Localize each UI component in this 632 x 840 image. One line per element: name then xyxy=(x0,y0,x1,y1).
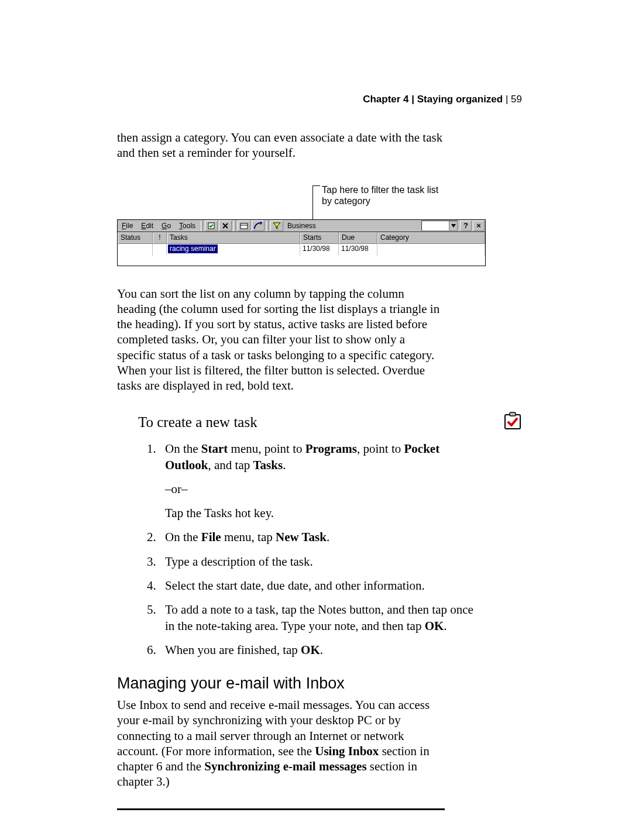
cell-priority xyxy=(153,244,167,256)
new-task-icon[interactable] xyxy=(205,221,218,231)
col-status[interactable]: Status xyxy=(118,232,153,244)
filter-category-label: Business xyxy=(284,220,320,232)
cell-starts: 11/30/98 xyxy=(300,244,339,256)
column-headers: Status ! Tasks Starts Due Category xyxy=(117,232,486,244)
category-dropdown[interactable] xyxy=(421,221,458,231)
tasks-icon xyxy=(503,412,522,433)
step-3: Type a description of the task. xyxy=(159,554,484,570)
help-button[interactable]: ? xyxy=(460,221,472,231)
step-1: On the Start menu, point to Programs, po… xyxy=(159,441,484,521)
page: Chapter 4 | Staying organized | 59 then … xyxy=(0,0,632,840)
procedure-heading-row: To create a new task xyxy=(117,412,522,433)
callout-leader-line xyxy=(312,185,320,223)
svg-rect-3 xyxy=(505,415,520,429)
section-heading-inbox: Managing your e-mail with Inbox xyxy=(117,674,522,693)
header-sep-2: | xyxy=(503,94,511,105)
step-6: When you are finished, tap OK. xyxy=(159,642,484,658)
cell-category xyxy=(377,244,485,256)
toolbar-spacer xyxy=(320,220,420,232)
procedure-heading: To create a new task xyxy=(138,414,257,431)
sort-paragraph: You can sort the list on any column by t… xyxy=(117,286,445,394)
selected-task-text: racing seminar xyxy=(168,245,218,253)
tasks-app-screenshot: FFileile EditEdit GoGo ToolsTools xyxy=(117,219,486,266)
toolbar: FFileile EditEdit GoGo ToolsTools xyxy=(117,219,486,232)
inbox-paragraph: Use Inbox to send and receive e-mail mes… xyxy=(117,697,445,790)
blank-row xyxy=(117,256,486,266)
delete-icon[interactable] xyxy=(219,221,232,231)
menu-edit[interactable]: EditEdit xyxy=(137,220,157,232)
toolbar-separator xyxy=(266,221,269,231)
step-4: Select the start date, due date, and oth… xyxy=(159,578,484,594)
screenshot-figure: Tap here to filter the task list by cate… xyxy=(117,181,522,263)
running-head: Chapter 4 | Staying organized | 59 xyxy=(117,94,522,105)
step-1-alt: Tap the Tasks hot key. xyxy=(165,505,484,521)
intro-paragraph: then assign a category. You can even ass… xyxy=(117,130,445,161)
cell-task: racing seminar xyxy=(167,244,300,256)
send-icon[interactable] xyxy=(252,221,265,231)
menu-file[interactable]: FFileile xyxy=(118,220,137,232)
chapter-label: Chapter 4 xyxy=(363,94,408,105)
close-button[interactable]: × xyxy=(473,221,485,231)
col-due[interactable]: Due xyxy=(339,232,377,244)
footer-rule xyxy=(117,808,445,810)
col-tasks[interactable]: Tasks xyxy=(167,232,300,244)
edit-icon[interactable] xyxy=(238,221,250,231)
toolbar-separator xyxy=(233,221,236,231)
svg-rect-1 xyxy=(241,223,248,229)
toolbar-separator xyxy=(201,221,203,231)
col-priority[interactable]: ! xyxy=(153,232,167,244)
header-sep-1: | xyxy=(409,94,417,105)
table-row[interactable]: racing seminar 11/30/98 11/30/98 xyxy=(117,244,486,256)
cell-due: 11/30/98 xyxy=(339,244,377,256)
col-starts[interactable]: Starts xyxy=(300,232,339,244)
page-number: 59 xyxy=(511,94,522,105)
menu-go[interactable]: GoGo xyxy=(157,220,175,232)
procedure-steps: On the Start menu, point to Programs, po… xyxy=(117,441,484,658)
svg-rect-4 xyxy=(510,412,516,416)
chevron-down-icon xyxy=(449,221,457,230)
cell-status xyxy=(118,244,153,256)
step-1-or: –or– xyxy=(165,481,484,497)
step-2: On the File menu, tap New Task. xyxy=(159,529,484,545)
callout-text: Tap here to filter the task list by cate… xyxy=(322,184,451,206)
chapter-title: Staying organized xyxy=(417,94,503,105)
step-5: To add a note to a task, tap the Notes b… xyxy=(159,602,484,634)
filter-icon[interactable] xyxy=(270,221,283,231)
menu-tools[interactable]: ToolsTools xyxy=(175,220,200,232)
col-category[interactable]: Category xyxy=(377,232,485,244)
